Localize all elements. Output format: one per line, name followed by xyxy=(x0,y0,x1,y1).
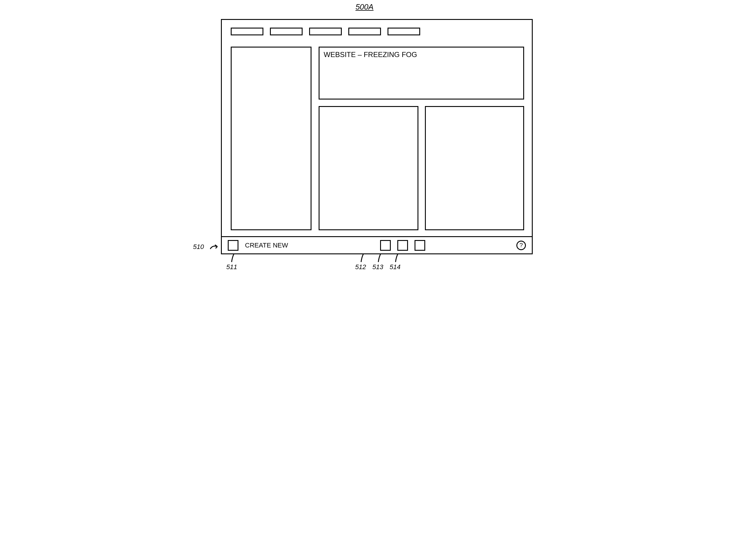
leadline-513 xyxy=(376,253,385,264)
content-panel-b xyxy=(425,106,524,230)
callout-512: 512 xyxy=(355,263,366,271)
leadline-514 xyxy=(394,253,402,264)
callout-514: 514 xyxy=(389,263,400,271)
tab-4[interactable] xyxy=(348,28,381,35)
header-panel: WEBSITE – FREEZING FOG xyxy=(319,47,524,100)
app-window: WEBSITE – FREEZING FOG CREATE NEW ? xyxy=(221,19,533,254)
window-body: WEBSITE – FREEZING FOG xyxy=(222,20,532,237)
callout-510-arrow xyxy=(210,244,220,250)
toolbar-button-3[interactable] xyxy=(414,240,425,251)
header-title: WEBSITE – FREEZING FOG xyxy=(324,51,417,59)
help-icon: ? xyxy=(519,242,523,249)
tab-5[interactable] xyxy=(387,28,420,35)
tab-1[interactable] xyxy=(231,28,264,35)
create-new-button[interactable] xyxy=(228,240,239,251)
toolbar-button-2[interactable] xyxy=(397,240,408,251)
tab-strip xyxy=(231,28,420,35)
tab-3[interactable] xyxy=(309,28,342,35)
leadline-512 xyxy=(359,253,367,264)
tab-2[interactable] xyxy=(270,28,303,35)
create-new-label: CREATE NEW xyxy=(245,242,288,249)
bottom-toolbar: CREATE NEW ? xyxy=(222,236,532,253)
callout-510: 510 xyxy=(193,243,204,251)
callout-513: 513 xyxy=(372,263,383,271)
leadline-511 xyxy=(230,253,238,264)
toolbar-button-1[interactable] xyxy=(380,240,391,251)
help-button[interactable]: ? xyxy=(516,241,526,250)
callout-511: 511 xyxy=(226,263,237,271)
content-panel-a xyxy=(319,106,418,230)
left-panel xyxy=(231,47,312,230)
figure-label: 500A xyxy=(182,2,547,12)
